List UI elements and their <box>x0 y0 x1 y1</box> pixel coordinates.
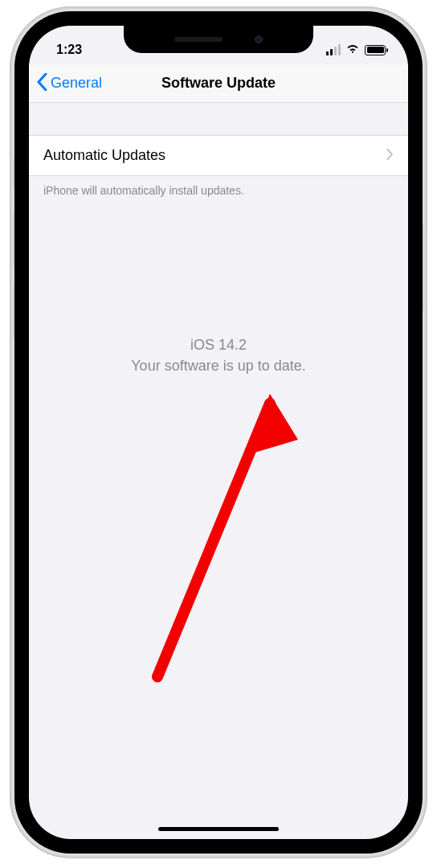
device-bezel: 1:23 General <box>14 11 423 854</box>
chevron-right-icon <box>386 149 394 163</box>
wifi-icon <box>345 43 360 57</box>
device-frame: 1:23 General <box>10 6 427 858</box>
battery-icon <box>365 45 386 55</box>
status-time: 1:23 <box>56 43 82 57</box>
page-title: Software Update <box>161 75 276 92</box>
chevron-left-icon <box>37 73 47 94</box>
settings-group: Automatic Updates <box>29 135 408 176</box>
back-button[interactable]: General <box>37 64 102 102</box>
ios-version-label: iOS 14.2 <box>29 334 408 355</box>
back-label: General <box>51 75 102 92</box>
earpiece <box>174 37 223 42</box>
notch <box>124 26 313 53</box>
automatic-updates-footer: iPhone will automatically install update… <box>29 176 408 205</box>
automatic-updates-label: Automatic Updates <box>43 147 165 164</box>
up-to-date-message: Your software is up to date. <box>29 355 408 376</box>
status-icons <box>326 43 386 57</box>
navigation-bar: General Software Update <box>29 64 408 103</box>
screen: 1:23 General <box>29 26 408 839</box>
home-indicator[interactable] <box>158 827 279 831</box>
content-area: Automatic Updates iPhone will automatica… <box>29 103 408 839</box>
front-camera <box>255 35 263 43</box>
automatic-updates-cell[interactable]: Automatic Updates <box>29 136 408 175</box>
update-status: iOS 14.2 Your software is up to date. <box>29 334 408 376</box>
cellular-signal-icon <box>326 44 341 55</box>
